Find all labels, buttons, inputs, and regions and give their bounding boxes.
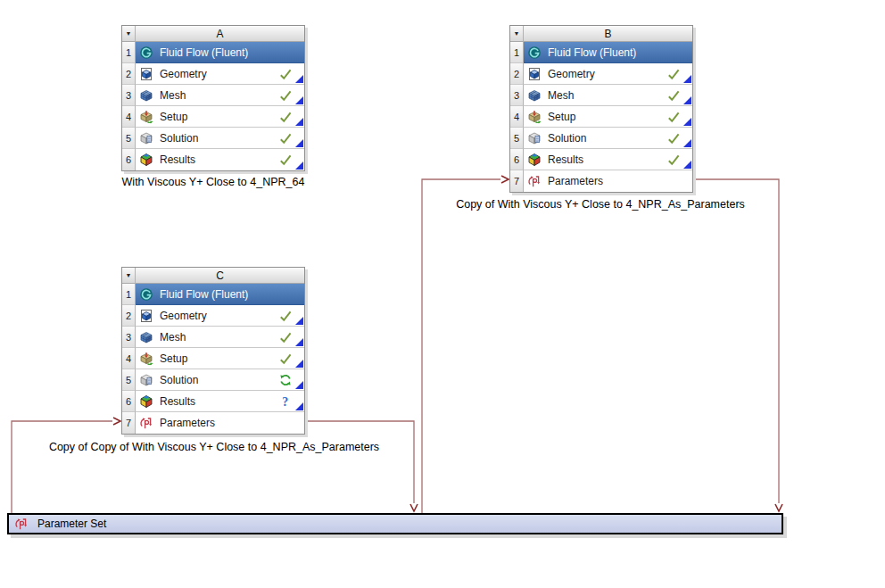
cell-setup[interactable]: Setup	[136, 348, 304, 369]
system-menu-button[interactable]: ▼	[122, 268, 136, 284]
row-number: 1	[122, 284, 136, 305]
cell-fluid-flow[interactable]: Fluid Flow (Fluent)	[524, 42, 692, 63]
system-c-row-solution[interactable]: 5 Solution	[122, 369, 304, 391]
row-number: 2	[510, 63, 524, 85]
wire-paramset-to-b	[422, 179, 500, 514]
properties-corner-indicator	[683, 96, 691, 104]
cell-solution[interactable]: Solution	[524, 128, 692, 149]
system-a-row-fluent[interactable]: 1 Fluid Flow (Fluent)	[122, 42, 304, 63]
system-b-caption[interactable]: Copy of With Viscous Y+ Close to 4_NPR_A…	[437, 198, 764, 211]
system-c-row-setup[interactable]: 4 Setup	[122, 348, 304, 369]
setup-icon	[139, 110, 153, 124]
cell-results[interactable]: Results	[136, 391, 304, 412]
wire-c-to-paramset	[305, 421, 414, 503]
check-icon	[278, 88, 293, 103]
check-icon	[666, 131, 681, 145]
row-label: Results	[160, 153, 195, 166]
row-label: Setup	[160, 352, 187, 365]
check-icon	[666, 88, 681, 103]
chevron-down-icon: ▼	[514, 30, 520, 37]
cell-mesh[interactable]: Mesh	[136, 85, 304, 106]
system-c-row-parameters[interactable]: 7 Parameters	[122, 412, 304, 434]
properties-corner-indicator	[295, 402, 303, 410]
row-number: 4	[122, 348, 136, 369]
properties-corner-indicator	[683, 161, 691, 169]
system-c-row-geometry[interactable]: 2 Geometry	[122, 305, 304, 327]
parameters-icon	[139, 416, 153, 430]
parameter-set-bar[interactable]: Parameter Set	[7, 513, 783, 534]
row-number: 5	[122, 369, 136, 391]
properties-corner-indicator	[295, 317, 303, 325]
cell-mesh[interactable]: Mesh	[524, 85, 692, 106]
chevron-down-icon: ▼	[126, 30, 132, 37]
properties-corner-indicator	[295, 96, 303, 104]
wire-arrowhead-into-paramset-right	[775, 504, 782, 511]
mesh-icon	[527, 88, 542, 103]
row-number: 7	[122, 412, 136, 434]
chevron-down-icon: ▼	[126, 272, 132, 278]
cell-geometry[interactable]: Geometry	[524, 63, 692, 85]
system-b-row-results[interactable]: 6 Results	[510, 149, 692, 170]
row-label: Geometry	[160, 68, 207, 80]
system-menu-button[interactable]: ▼	[510, 26, 524, 42]
system-a-caption[interactable]: With Viscous Y+ Close to 4_NPR_64	[95, 176, 332, 188]
properties-corner-indicator	[295, 338, 303, 346]
check-icon	[278, 309, 293, 323]
system-c-row-results[interactable]: 6 Results	[122, 391, 304, 412]
system-a-row-solution[interactable]: 5 Solution	[122, 128, 304, 149]
row-label: Setup	[160, 111, 187, 123]
cell-solution[interactable]: Solution	[136, 369, 304, 391]
system-a-row-mesh[interactable]: 3 Mesh	[122, 85, 304, 106]
row-label: Fluid Flow (Fluent)	[160, 46, 248, 59]
row-number: 6	[122, 149, 136, 170]
properties-corner-indicator	[295, 75, 303, 83]
cell-results[interactable]: Results	[136, 149, 304, 170]
system-b-row-setup[interactable]: 4 Setup	[510, 106, 692, 128]
system-b-row-geometry[interactable]: 2 Geometry	[510, 63, 692, 85]
cell-geometry[interactable]: Geometry	[136, 305, 304, 327]
row-label: Solution	[548, 132, 586, 145]
check-icon	[278, 131, 293, 145]
check-icon	[666, 153, 681, 167]
cell-parameters[interactable]: Parameters	[524, 170, 692, 192]
system-c-row-fluent[interactable]: 1 Fluid Flow (Fluent)	[122, 284, 304, 305]
results-icon	[139, 153, 153, 167]
cell-solution[interactable]: Solution	[136, 128, 304, 149]
check-icon	[278, 153, 293, 167]
solution-icon	[527, 131, 542, 145]
geometry-icon	[139, 67, 153, 81]
cell-setup[interactable]: Setup	[136, 106, 304, 128]
cell-parameters[interactable]: Parameters	[136, 412, 304, 434]
row-number: 5	[122, 128, 136, 149]
system-a-row-geometry[interactable]: 2 Geometry	[122, 63, 304, 85]
system-letter[interactable]: A	[136, 26, 304, 42]
mesh-icon	[139, 330, 153, 344]
cell-results[interactable]: Results	[524, 149, 692, 170]
question-icon	[278, 394, 293, 409]
system-letter[interactable]: B	[524, 26, 692, 42]
cell-fluid-flow[interactable]: Fluid Flow (Fluent)	[136, 42, 304, 63]
wire-arrowhead-into-c	[113, 418, 120, 425]
check-icon	[278, 352, 293, 366]
system-menu-button[interactable]: ▼	[122, 26, 136, 42]
row-label: Mesh	[548, 89, 574, 102]
properties-corner-indicator	[295, 118, 303, 126]
row-label: Results	[548, 153, 583, 166]
system-a-row-results[interactable]: 6 Results	[122, 149, 304, 170]
system-b-row-solution[interactable]: 5 Solution	[510, 128, 692, 149]
cell-setup[interactable]: Setup	[524, 106, 692, 128]
row-label: Parameters	[160, 417, 215, 429]
system-b-row-fluent[interactable]: 1 Fluid Flow (Fluent)	[510, 42, 692, 63]
system-c-caption[interactable]: Copy of Copy of With Viscous Y+ Close to…	[36, 441, 393, 453]
cell-fluid-flow[interactable]: Fluid Flow (Fluent)	[136, 284, 304, 305]
system-letter[interactable]: C	[136, 268, 304, 284]
system-b-row-mesh[interactable]: 3 Mesh	[510, 85, 692, 106]
row-label: Results	[160, 395, 195, 408]
system-c-row-mesh[interactable]: 3 Mesh	[122, 327, 304, 348]
system-b-row-parameters[interactable]: 7 Parameters	[510, 170, 692, 192]
system-a-row-setup[interactable]: 4 Setup	[122, 106, 304, 128]
row-label: Fluid Flow (Fluent)	[160, 288, 248, 301]
cell-mesh[interactable]: Mesh	[136, 327, 304, 348]
cell-geometry[interactable]: Geometry	[136, 63, 304, 85]
results-icon	[527, 153, 542, 167]
